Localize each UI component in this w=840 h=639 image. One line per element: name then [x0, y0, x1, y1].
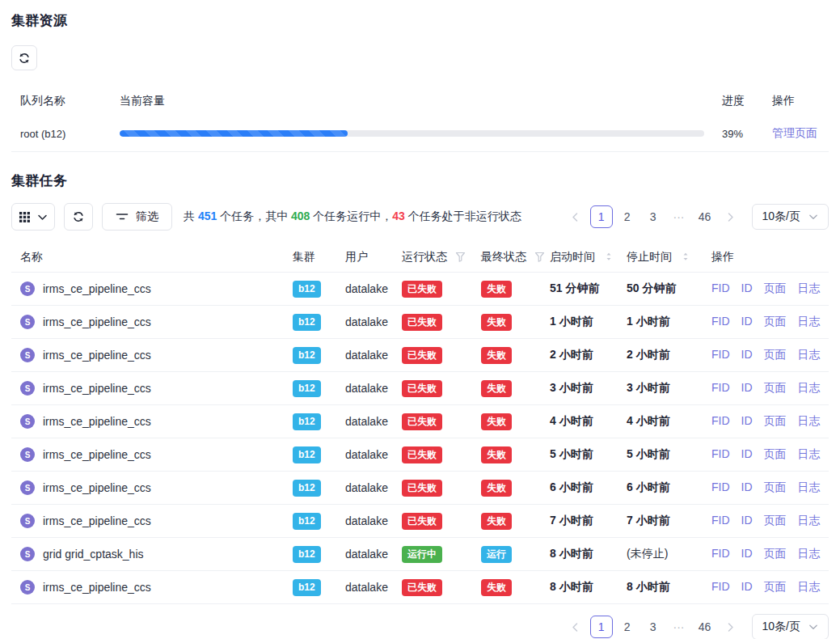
row-actions: FIDID页面日志 — [711, 348, 829, 362]
running-tasks-count: 408 — [291, 209, 310, 222]
spark-avatar-icon: S — [20, 281, 35, 296]
fid-link[interactable]: FID — [711, 315, 730, 329]
id-link[interactable]: ID — [741, 514, 753, 528]
row-actions: FIDID页面日志 — [711, 480, 829, 495]
id-link[interactable]: ID — [741, 547, 753, 561]
id-link[interactable]: ID — [741, 447, 753, 462]
pagination-prev-button[interactable] — [564, 616, 587, 638]
id-link[interactable]: ID — [741, 414, 753, 429]
tasks-table-header: 名称 集群 用户 运行状态 最终状态 启动时间 停止时间 操作 — [11, 242, 829, 273]
fid-link[interactable]: FID — [711, 547, 730, 561]
page-link[interactable]: 页面 — [764, 514, 787, 528]
resources-refresh-button[interactable] — [11, 45, 37, 70]
id-link[interactable]: ID — [741, 480, 753, 495]
page-link[interactable]: 页面 — [764, 348, 787, 362]
final-status-badge: 失败 — [481, 579, 512, 596]
start-time-sort-icon[interactable] — [603, 252, 614, 261]
task-name: irms_ce_pipeline_ccs — [43, 448, 151, 461]
cluster-badge: b12 — [293, 347, 321, 364]
final-status-badge: 失败 — [481, 314, 512, 331]
pagination-page-46[interactable]: 46 — [694, 616, 716, 638]
column-settings-dropdown-button[interactable] — [11, 203, 55, 231]
tasks-table-body: Sirms_ce_pipeline_ccsb12datalake已失败失败51 … — [11, 273, 829, 604]
user-cell: datalake — [345, 382, 402, 395]
row-actions: FIDID页面日志 — [711, 514, 829, 528]
col-header-name: 名称 — [20, 250, 293, 264]
manage-page-link[interactable]: 管理页面 — [772, 126, 817, 139]
id-link[interactable]: ID — [741, 580, 753, 595]
run-status-cell: 已失败 — [402, 281, 481, 298]
final-status-badge: 失败 — [481, 347, 512, 364]
filter-button[interactable]: 筛选 — [102, 203, 172, 231]
cluster-badge: b12 — [293, 281, 321, 298]
log-link[interactable]: 日志 — [798, 348, 821, 362]
page-link[interactable]: 页面 — [764, 580, 787, 595]
row-actions: FIDID页面日志 — [711, 281, 829, 296]
run-status-badge: 已失败 — [402, 380, 442, 397]
id-link[interactable]: ID — [741, 315, 753, 329]
id-link[interactable]: ID — [741, 381, 753, 396]
spark-avatar-icon: S — [20, 315, 35, 329]
cluster-resources-title: 集群资源 — [11, 11, 829, 30]
log-link[interactable]: 日志 — [798, 315, 821, 329]
run-status-cell: 已失败 — [402, 314, 481, 331]
pagination-prev-button[interactable] — [564, 205, 587, 228]
fid-link[interactable]: FID — [711, 381, 730, 396]
final-status-filter-icon[interactable] — [534, 252, 545, 263]
spark-avatar-icon: S — [20, 514, 35, 528]
stop-time-sort-icon[interactable] — [680, 252, 691, 261]
table-row: Sgrid grid_cptask_hisb12datalake运行中运行8 小… — [11, 538, 829, 571]
pagination-page-2[interactable]: 2 — [616, 205, 639, 228]
fid-link[interactable]: FID — [711, 281, 730, 296]
run-status-cell: 已失败 — [402, 380, 481, 397]
start-time: 7 小时前 — [550, 514, 627, 528]
page-size-value: 10条/页 — [762, 620, 800, 634]
user-cell: datalake — [345, 548, 402, 561]
pagination-page-1[interactable]: 1 — [590, 616, 613, 638]
page-size-select[interactable]: 10条/页 — [752, 204, 829, 230]
page-link[interactable]: 页面 — [764, 381, 787, 396]
pagination-next-button[interactable] — [720, 205, 742, 228]
log-link[interactable]: 日志 — [798, 480, 821, 495]
pagination-page-1[interactable]: 1 — [590, 205, 613, 228]
pagination-page-2[interactable]: 2 — [616, 616, 639, 638]
page-link[interactable]: 页面 — [764, 315, 787, 329]
log-link[interactable]: 日志 — [798, 514, 821, 528]
id-link[interactable]: ID — [741, 348, 753, 362]
log-link[interactable]: 日志 — [798, 580, 821, 595]
log-link[interactable]: 日志 — [798, 281, 821, 296]
pagination-page-3[interactable]: 3 — [642, 616, 665, 638]
run-status-cell: 已失败 — [402, 347, 481, 364]
fid-link[interactable]: FID — [711, 414, 730, 429]
final-status-cell: 失败 — [481, 480, 550, 497]
page-size-select[interactable]: 10条/页 — [752, 614, 829, 639]
spark-avatar-icon: S — [20, 547, 35, 561]
cluster-tasks-title: 集群任务 — [11, 171, 829, 190]
page-link[interactable]: 页面 — [764, 447, 787, 462]
page-link[interactable]: 页面 — [764, 281, 787, 296]
row-actions: FIDID页面日志 — [711, 547, 829, 561]
run-status-filter-icon[interactable] — [455, 252, 466, 263]
log-link[interactable]: 日志 — [798, 547, 821, 561]
fid-link[interactable]: FID — [711, 514, 730, 528]
fid-link[interactable]: FID — [711, 447, 730, 462]
log-link[interactable]: 日志 — [798, 414, 821, 429]
final-status-badge: 失败 — [481, 513, 512, 530]
id-link[interactable]: ID — [741, 281, 753, 296]
pagination-next-button[interactable] — [720, 616, 742, 638]
fid-link[interactable]: FID — [711, 580, 730, 595]
log-link[interactable]: 日志 — [798, 447, 821, 462]
page-link[interactable]: 页面 — [764, 480, 787, 495]
fid-link[interactable]: FID — [711, 348, 730, 362]
page-link[interactable]: 页面 — [764, 414, 787, 429]
pagination-page-3[interactable]: 3 — [642, 205, 665, 228]
tasks-refresh-button[interactable] — [64, 203, 93, 231]
pagination-page-46[interactable]: 46 — [694, 205, 716, 228]
start-time: 51 分钟前 — [550, 281, 627, 296]
page-link[interactable]: 页面 — [764, 547, 787, 561]
start-time: 4 小时前 — [550, 414, 627, 429]
fid-link[interactable]: FID — [711, 480, 730, 495]
cluster-cell: b12 — [293, 347, 345, 364]
log-link[interactable]: 日志 — [798, 381, 821, 396]
run-status-badge: 已失败 — [402, 413, 442, 430]
